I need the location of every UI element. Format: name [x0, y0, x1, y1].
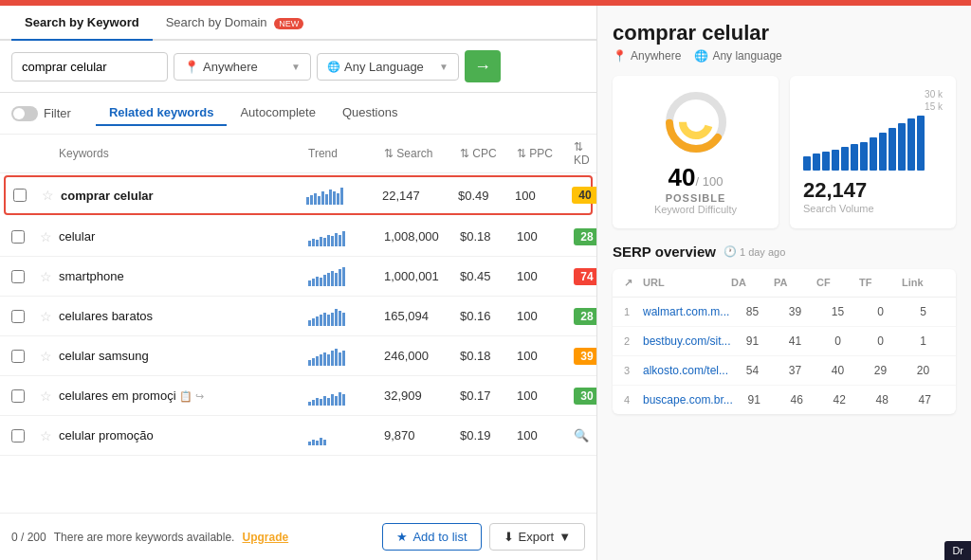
location-select[interactable]: 📍 Anywhere ▼ — [174, 53, 311, 81]
serp-pa: 46 — [776, 393, 818, 406]
serp-table-header: ↗ URL DA PA CF TF Link — [613, 269, 956, 298]
search-volume: 165,094 — [384, 309, 460, 323]
star-icon[interactable]: ☆ — [40, 269, 59, 284]
serp-links: 20 — [902, 364, 944, 377]
left-panel: Search by Keyword Search by Domain NEW 📍… — [0, 6, 597, 560]
row-checkbox[interactable] — [11, 270, 25, 283]
row-checkbox[interactable] — [13, 189, 27, 202]
serp-url[interactable]: bestbuy.com/sit... — [643, 334, 731, 348]
ppc-value: 100 — [517, 229, 574, 244]
serp-pa: 39 — [774, 305, 816, 318]
cpc-value: $0.18 — [460, 349, 517, 363]
serp-title: SERP overview — [613, 244, 716, 260]
serp-num: 4 — [624, 394, 643, 406]
filter-tab-questions[interactable]: Questions — [329, 100, 412, 126]
row-checkbox[interactable] — [11, 429, 25, 443]
trend-chart — [308, 387, 384, 406]
trend-chart — [308, 347, 384, 366]
ppc-value: 100 — [517, 349, 574, 363]
cpc-value: $0.17 — [460, 388, 517, 403]
table-row: ☆ smartphone 1,000,001 $0.45 100 — [0, 257, 596, 297]
upgrade-link[interactable]: Upgrade — [242, 531, 288, 544]
detail-title: comprar celular — [613, 21, 956, 45]
search-input[interactable] — [11, 52, 168, 81]
table-row: ☆ celulares baratos 165,094 $0.16 100 — [0, 297, 596, 336]
row-checkbox[interactable] — [11, 230, 25, 244]
serp-row: 3 alkosto.com/tel... 54 37 40 29 20 — [613, 356, 956, 386]
search-volume: 246,000 — [384, 349, 460, 363]
serp-pa: 37 — [774, 364, 816, 377]
serp-num: 2 — [624, 335, 643, 347]
serp-links: 1 — [902, 334, 944, 348]
go-button[interactable]: → — [465, 50, 501, 82]
filter-tab-related[interactable]: Related keywords — [96, 100, 228, 126]
filter-tab-autocomplete[interactable]: Autocomplete — [227, 100, 329, 126]
kd-badge: 28 — [574, 308, 596, 325]
search-volume: 1,008,000 — [384, 229, 460, 244]
row-checkbox[interactable] — [11, 350, 25, 363]
language-select[interactable]: 🌐 Any Language ▼ — [317, 53, 459, 81]
bottom-bar: 0 / 200 There are more keywords availabl… — [0, 513, 596, 560]
row-checkbox[interactable] — [11, 310, 25, 323]
metrics-row: 40/ 100 POSSIBLE Keyword Difficulty 30 k… — [613, 76, 956, 228]
ppc-value: 100 — [515, 189, 572, 203]
add-to-list-button[interactable]: ★ Add to list — [382, 523, 481, 551]
table-row: ☆ celular samsung 246,000 $0.18 100 — [0, 336, 596, 376]
filter-toggle[interactable]: Filter — [11, 106, 71, 121]
serp-header: SERP overview 🕐 1 day ago — [613, 244, 956, 260]
serp-da: 91 — [731, 334, 774, 348]
cpc-value: $0.45 — [460, 269, 517, 283]
detail-location: 📍 Anywhere — [613, 49, 681, 63]
table-row: ☆ celular promoção 9,870 $0.19 100 🔍 — [0, 416, 596, 456]
search-volume: 32,909 — [384, 388, 460, 403]
sv-chart-label-mid: 15 k — [803, 101, 943, 112]
serp-da: 54 — [731, 364, 774, 377]
serp-time: 🕐 1 day ago — [724, 245, 785, 258]
serp-da: 85 — [731, 305, 774, 318]
serp-num: 3 — [624, 365, 643, 376]
location-icon: 📍 — [613, 49, 627, 63]
serp-links: 47 — [904, 393, 946, 406]
serp-url[interactable]: alkosto.com/tel... — [643, 364, 731, 377]
toggle-switch[interactable] — [11, 106, 38, 121]
search-bar: 📍 Anywhere ▼ 🌐 Any Language ▼ → — [0, 41, 596, 93]
filter-tabs: Related keywords Autocomplete Questions — [96, 100, 412, 126]
keyword-name: celular samsung — [59, 349, 308, 363]
keyword-name: celulares em promoçi 📋 ↪ — [59, 388, 308, 403]
tab-search-by-keyword[interactable]: Search by Keyword — [11, 6, 153, 41]
star-icon[interactable]: ☆ — [40, 349, 59, 364]
sv-chart-label-top: 30 k — [803, 89, 943, 99]
star-icon[interactable]: ☆ — [42, 188, 61, 203]
keyword-name: celular promoção — [59, 428, 308, 443]
kd-badge: 40 — [572, 187, 596, 204]
serp-num: 1 — [624, 306, 643, 317]
kd-badge: 28 — [574, 228, 596, 245]
kd-card: 40/ 100 POSSIBLE Keyword Difficulty — [613, 76, 779, 228]
export-button[interactable]: ⬇ Export ▼ — [489, 523, 585, 551]
tab-search-by-domain[interactable]: Search by Domain NEW — [153, 6, 318, 41]
trend-chart — [308, 227, 384, 246]
serp-url[interactable]: walmart.com.m... — [643, 305, 731, 318]
row-checkbox[interactable] — [11, 389, 25, 403]
more-keywords-text: There are more keywords available. — [54, 531, 235, 544]
keyword-name: celular — [59, 229, 308, 244]
serp-url[interactable]: buscape.com.br... — [643, 393, 733, 406]
keyword-name: comprar celular — [61, 189, 306, 203]
star-icon[interactable]: ☆ — [40, 428, 59, 443]
download-icon: ⬇ — [504, 530, 514, 544]
serp-tf: 48 — [861, 393, 904, 406]
kd-display: 40/ 100 POSSIBLE Keyword Difficulty — [626, 89, 765, 215]
serp-tf: 0 — [859, 305, 902, 318]
star-icon[interactable]: ☆ — [40, 309, 59, 324]
table-row: ☆ celulares em promoçi 📋 ↪ 32,909 $0.17 — [0, 376, 596, 416]
trend-chart — [308, 307, 384, 326]
serp-cf: 0 — [816, 334, 859, 348]
detail-language: 🌐 Any language — [694, 49, 781, 63]
toggle-dot-inner — [13, 108, 25, 119]
search-volume: 22,147 — [382, 189, 458, 203]
kd-search-icon: 🔍 — [574, 428, 585, 443]
location-pin-icon: 📍 — [184, 60, 199, 74]
star-icon[interactable]: ☆ — [40, 388, 59, 404]
kd-badge: 30 — [574, 388, 596, 405]
star-icon[interactable]: ☆ — [40, 229, 59, 244]
